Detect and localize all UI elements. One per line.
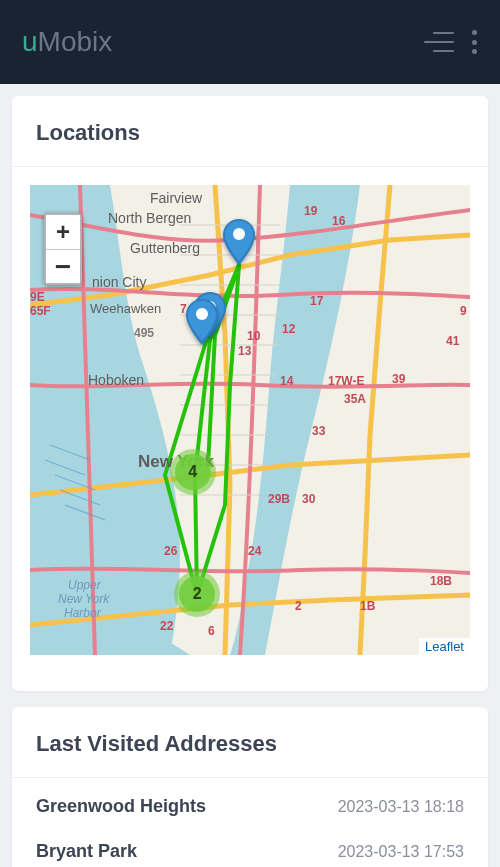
svg-text:16: 16 <box>332 214 346 228</box>
locations-card: Locations <box>12 96 488 691</box>
menu-icon[interactable] <box>424 32 454 52</box>
map-container: Fairview North Bergen Guttenberg nion Ci… <box>12 167 488 673</box>
svg-text:26: 26 <box>164 544 178 558</box>
svg-text:6: 6 <box>208 624 215 638</box>
zoom-in-button[interactable]: + <box>46 215 80 249</box>
cluster-count: 4 <box>188 463 197 481</box>
svg-text:Weehawken: Weehawken <box>90 301 161 316</box>
address-row[interactable]: Bryant Park 2023-03-13 17:53 <box>12 827 488 867</box>
map-attribution[interactable]: Leaflet <box>419 638 470 655</box>
map-cluster[interactable]: 4 <box>170 449 216 495</box>
addresses-list: Greenwood Heights 2023-03-13 18:18 Bryan… <box>12 778 488 867</box>
svg-text:495: 495 <box>134 326 154 340</box>
svg-text:17W-E: 17W-E <box>328 374 364 388</box>
locations-title: Locations <box>12 96 488 167</box>
logo-letter-m: M <box>38 26 61 57</box>
more-options-icon[interactable] <box>472 30 478 54</box>
svg-text:19: 19 <box>304 204 318 218</box>
map[interactable]: Fairview North Bergen Guttenberg nion Ci… <box>30 185 470 655</box>
svg-text:24: 24 <box>248 544 262 558</box>
svg-text:Hoboken: Hoboken <box>88 372 144 388</box>
address-time: 2023-03-13 17:53 <box>338 843 464 861</box>
svg-text:2: 2 <box>295 599 302 613</box>
svg-text:9: 9 <box>460 304 467 318</box>
svg-text:New York: New York <box>58 592 110 606</box>
svg-text:35A: 35A <box>344 392 366 406</box>
svg-text:10: 10 <box>247 329 261 343</box>
map-pin[interactable] <box>222 219 256 265</box>
svg-text:29B: 29B <box>268 492 290 506</box>
address-row[interactable]: Greenwood Heights 2023-03-13 18:18 <box>12 778 488 827</box>
svg-text:nion City: nion City <box>92 274 146 290</box>
logo-letter-u: u <box>22 26 38 57</box>
header-actions <box>424 30 478 54</box>
app-header: uMobix <box>0 0 500 84</box>
svg-text:12: 12 <box>282 322 296 336</box>
map-pin[interactable] <box>185 299 219 345</box>
svg-text:1B: 1B <box>360 599 376 613</box>
addresses-title: Last Visited Addresses <box>12 707 488 778</box>
svg-point-54 <box>196 308 208 320</box>
svg-text:13: 13 <box>238 344 252 358</box>
svg-text:Guttenberg: Guttenberg <box>130 240 200 256</box>
zoom-control: + − <box>44 213 82 285</box>
svg-text:41: 41 <box>446 334 460 348</box>
svg-text:30: 30 <box>302 492 316 506</box>
address-time: 2023-03-13 18:18 <box>338 798 464 816</box>
svg-text:22: 22 <box>160 619 174 633</box>
svg-text:North Bergen: North Bergen <box>108 210 191 226</box>
page-body: Locations <box>0 84 500 867</box>
address-name: Bryant Park <box>36 841 137 862</box>
svg-text:Upper: Upper <box>68 578 102 592</box>
cluster-count: 2 <box>193 585 202 603</box>
svg-text:39: 39 <box>392 372 406 386</box>
svg-text:Harbor: Harbor <box>64 606 102 620</box>
svg-text:14: 14 <box>280 374 294 388</box>
svg-text:65F: 65F <box>30 304 51 318</box>
svg-text:17: 17 <box>310 294 324 308</box>
address-name: Greenwood Heights <box>36 796 206 817</box>
svg-point-52 <box>233 228 245 240</box>
zoom-out-button[interactable]: − <box>46 249 80 283</box>
svg-text:Fairview: Fairview <box>150 190 203 206</box>
map-cluster[interactable]: 2 <box>174 571 220 617</box>
addresses-card: Last Visited Addresses Greenwood Heights… <box>12 707 488 867</box>
logo-rest: obix <box>61 26 112 57</box>
app-logo: uMobix <box>22 26 112 58</box>
svg-text:18B: 18B <box>430 574 452 588</box>
svg-text:33: 33 <box>312 424 326 438</box>
svg-text:9E: 9E <box>30 290 45 304</box>
